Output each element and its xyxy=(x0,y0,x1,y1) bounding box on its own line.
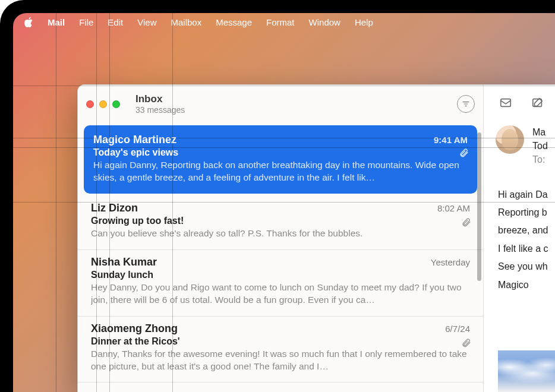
reading-body: Hi again Da Reporting b breeze, and I fe… xyxy=(484,174,555,294)
attachment-icon xyxy=(461,338,471,350)
menu-help[interactable]: Help xyxy=(355,17,373,27)
mailbox-name: Inbox xyxy=(135,93,185,105)
compose-icon[interactable] xyxy=(530,96,545,112)
message-list[interactable]: Magico Martinez 9:41 AM Today's epic vie… xyxy=(78,123,483,392)
guide-line xyxy=(56,13,56,392)
filter-icon xyxy=(461,99,471,109)
zoom-window-button[interactable] xyxy=(112,100,120,108)
attachment-icon xyxy=(461,217,471,230)
message-time: Yesterday xyxy=(431,257,470,267)
message-sender: Liz Dizon xyxy=(91,202,138,214)
menu-view[interactable]: View xyxy=(137,17,156,27)
device-bezel: Mail File Edit View Mailbox Message Form… xyxy=(0,0,555,392)
to-label: To: xyxy=(532,154,545,165)
apple-menu-icon[interactable] xyxy=(24,17,33,27)
menu-format[interactable]: Format xyxy=(266,17,295,27)
message-subject: Dinner at the Ricos' xyxy=(91,336,470,347)
desktop: Mail File Edit View Mailbox Message Form… xyxy=(13,13,555,392)
message-time: 6/7/24 xyxy=(445,324,470,334)
body-line: Reporting b xyxy=(498,204,555,222)
minimize-window-button[interactable] xyxy=(99,100,107,108)
message-subject: Growing up too fast! xyxy=(91,216,470,226)
message-preview: Can you believe she's already so tall? P… xyxy=(91,227,470,240)
reading-header: Ma Tod To: xyxy=(484,123,555,174)
message-time: 9:41 AM xyxy=(434,135,468,145)
message-row[interactable]: Xiaomeng Zhong 6/7/24 Dinner at the Rico… xyxy=(78,317,483,383)
menu-message[interactable]: Message xyxy=(216,17,252,27)
menu-file[interactable]: File xyxy=(79,17,93,27)
message-sender: Xiaomeng Zhong xyxy=(91,323,178,335)
mailbox-count: 33 messages xyxy=(135,105,185,115)
message-subject: Sunday lunch xyxy=(91,270,470,280)
body-line: Hi again Da xyxy=(498,186,555,204)
attachment-icon xyxy=(459,148,469,160)
message-preview: Danny, Thanks for the awesome evening! I… xyxy=(91,348,470,373)
message-sender: Magico Martinez xyxy=(93,134,176,146)
menu-bar: Mail File Edit View Mailbox Message Form… xyxy=(13,13,555,31)
app-menu[interactable]: Mail xyxy=(48,17,65,27)
reading-from: Ma xyxy=(532,125,548,139)
message-preview: Hey Danny, Do you and Rigo want to come … xyxy=(91,282,470,306)
reading-toolbar xyxy=(484,85,555,123)
reading-subject: Tod xyxy=(532,139,548,153)
message-sender: Nisha Kumar xyxy=(91,256,157,268)
attachment-preview-image[interactable] xyxy=(498,350,555,392)
reading-pane: Ma Tod To: Hi again Da Reporting b breez… xyxy=(483,85,555,392)
message-preview: Hi again Danny, Reporting back on anothe… xyxy=(93,159,468,184)
message-row[interactable]: Nisha Kumar Yesterday Sunday lunch Hey D… xyxy=(78,250,483,317)
body-line: See you wh xyxy=(498,258,555,276)
reading-meta: Ma Tod To: xyxy=(532,125,548,167)
archive-icon[interactable] xyxy=(498,96,513,112)
body-line: Magico xyxy=(498,276,555,294)
message-row[interactable]: Liz Dizon 8:02 AM Growing up too fast! C… xyxy=(78,196,483,250)
window-controls xyxy=(86,100,120,108)
sender-avatar[interactable] xyxy=(496,125,524,154)
menu-mailbox[interactable]: Mailbox xyxy=(171,17,201,27)
filter-button[interactable] xyxy=(457,95,475,113)
close-window-button[interactable] xyxy=(86,100,94,108)
body-line: breeze, and xyxy=(498,222,555,239)
scrollbar-thumb[interactable] xyxy=(477,132,481,281)
message-subject: Today's epic views xyxy=(93,147,468,158)
message-list-pane: Inbox 33 messages Magico Martinez 9:41 A… xyxy=(78,85,483,392)
mail-window: Inbox 33 messages Magico Martinez 9:41 A… xyxy=(77,84,555,392)
menu-edit[interactable]: Edit xyxy=(108,17,123,27)
message-time: 8:02 AM xyxy=(437,203,470,213)
svg-rect-3 xyxy=(501,99,511,107)
menu-window[interactable]: Window xyxy=(309,17,340,27)
list-toolbar: Inbox 33 messages xyxy=(78,85,483,123)
body-line: I felt like a c xyxy=(498,240,555,258)
mailbox-title-group: Inbox 33 messages xyxy=(135,93,185,115)
message-row[interactable]: Magico Martinez 9:41 AM Today's epic vie… xyxy=(84,125,477,194)
